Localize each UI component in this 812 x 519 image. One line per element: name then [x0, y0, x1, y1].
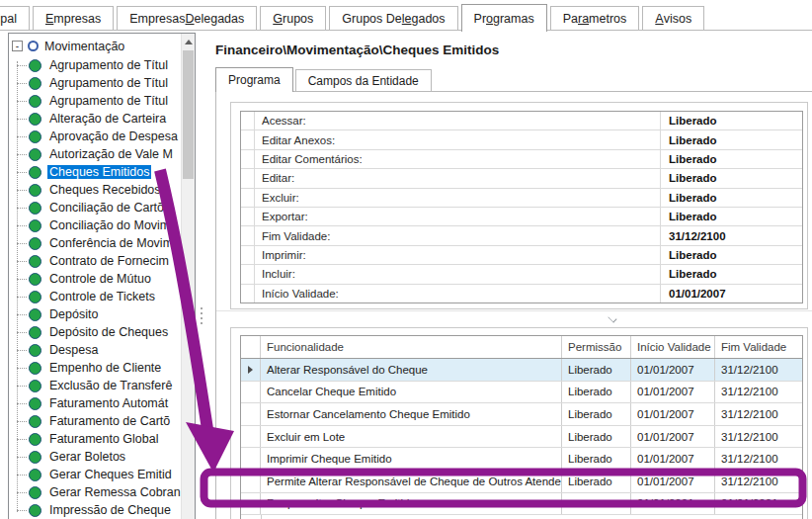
table-row[interactable]: Excluir em Lote Liberado 01/01/2007 31/1…	[241, 426, 802, 449]
main-tab[interactable]: Avisos	[642, 6, 704, 30]
permission-row[interactable]: Editar: Liberado	[241, 169, 802, 188]
permission-value[interactable]: Liberado	[660, 169, 802, 187]
sub-tab[interactable]: Programa	[215, 67, 293, 92]
main-tab[interactable]: Empresas	[33, 6, 114, 30]
permission-row[interactable]: Imprimir: Liberado	[241, 246, 802, 265]
cell-inicio-validade[interactable]: 01/01/2007	[631, 471, 715, 492]
scroll-up-button[interactable]	[182, 34, 195, 49]
tree-item[interactable]: Autorização de Vale M	[9, 145, 182, 163]
permission-row[interactable]: Acessar: Liberado	[241, 112, 802, 130]
tree-item[interactable]: Alteração de Carteira	[9, 110, 182, 128]
cell-funcionalidade[interactable]: Excluir em Lote	[261, 426, 562, 448]
cell-fim-validade[interactable]: 31/12/2100	[715, 448, 802, 470]
permission-value[interactable]: 01/01/2007	[660, 285, 802, 303]
cell-inicio-validade[interactable]: 01/01/0001	[631, 493, 715, 515]
permission-row[interactable]: Incluir: Liberado	[241, 265, 802, 284]
cell-fim-validade[interactable]: 31/12/2100	[715, 471, 802, 492]
cell-inicio-validade[interactable]: 01/01/2007	[631, 426, 715, 448]
tree-item[interactable]: Gerar Remessa Cobran	[9, 483, 182, 501]
main-tab[interactable]: Empresas Delegadas	[117, 6, 257, 30]
tree-item[interactable]: Agrupamento de Títul	[9, 92, 182, 110]
tree-item[interactable]: Cheques Emitidos	[9, 163, 182, 181]
tree-root-node[interactable]: - Movimentação	[9, 37, 124, 55]
table-row[interactable]: Permite Alterar Responsável de Cheque de…	[241, 471, 802, 493]
cell-inicio-validade[interactable]: 01/01/2007	[631, 359, 715, 381]
cell-permissao[interactable]: Liberado	[562, 448, 631, 470]
horizontal-splitter[interactable]	[216, 310, 812, 327]
permission-value[interactable]: 31/12/2100	[660, 226, 802, 244]
sub-tab[interactable]: Campos da Entidade	[295, 69, 432, 91]
table-row[interactable]: Estornar Cancelamento Cheque Emitido Lib…	[241, 403, 802, 426]
tree-item[interactable]: Gerar Boletos	[9, 448, 182, 466]
cell-permissao[interactable]: Liberado	[562, 471, 631, 492]
tree-item[interactable]: Gerar Cheques Emitid	[9, 466, 182, 483]
tree-item[interactable]: Exclusão de Transferê	[9, 377, 182, 394]
tree-item[interactable]: Conciliação do Movim	[9, 216, 182, 234]
tree-item[interactable]: Depósito de Cheques	[9, 323, 182, 341]
cell-fim-validade[interactable]: 01/01/0001	[715, 493, 802, 515]
permission-row[interactable]: Exportar: Liberado	[241, 208, 802, 226]
tree-item[interactable]: Faturamento de Cartõ	[9, 412, 182, 430]
permission-value[interactable]: Liberado	[660, 246, 802, 264]
permission-row[interactable]: Editar Comentários: Liberado	[241, 150, 802, 169]
permission-value[interactable]: Liberado	[660, 189, 802, 207]
tree-item[interactable]: Faturamento Global	[9, 430, 182, 448]
cell-permissao[interactable]: Liberado	[562, 382, 631, 403]
cell-permissao[interactable]: Liberado	[562, 359, 631, 381]
cell-funcionalidade[interactable]: Alterar Responsável do Cheque	[261, 359, 562, 381]
cell-fim-validade[interactable]: 31/12/2100	[715, 403, 802, 425]
cell-fim-validade[interactable]: 31/12/2100	[715, 359, 802, 381]
table-row[interactable]: Imprimir Cheque Emitido Liberado 01/01/2…	[241, 448, 802, 471]
column-header-inicio-validade[interactable]: Início Validade	[631, 336, 715, 358]
main-tab[interactable]: Grupos Delegados	[329, 6, 457, 30]
permission-row[interactable]: Excluir: Liberado	[241, 189, 802, 208]
permission-value[interactable]: Liberado	[660, 150, 802, 168]
column-header-fim-validade[interactable]: Fim Validade	[715, 336, 802, 358]
tree-item[interactable]: Controle de Mútuo	[9, 270, 182, 288]
cell-permissao[interactable]: Liberado	[562, 426, 631, 448]
tree-item[interactable]: Conciliação de Cartõe	[9, 199, 182, 216]
permission-value[interactable]: Liberado	[660, 208, 802, 225]
cell-inicio-validade[interactable]: 01/01/2007	[631, 448, 715, 470]
cell-funcionalidade[interactable]: Permite Alterar Responsável de Cheque de…	[261, 471, 562, 492]
cell-funcionalidade[interactable]: Estornar Cancelamento Cheque Emitido	[261, 403, 562, 425]
table-row[interactable]: Reaproveitar Cheque Emitido 01/01/0001 0…	[241, 493, 802, 516]
tree-item[interactable]: Depósito	[9, 305, 182, 323]
tree-item[interactable]: Aprovação de Despesa	[9, 128, 182, 145]
tree-item[interactable]: Despesa	[9, 341, 182, 359]
splitter-grip[interactable]	[200, 307, 203, 331]
tree-item[interactable]: Cheques Recebidos	[9, 181, 182, 199]
cell-funcionalidade[interactable]: Reaproveitar Cheque Emitido	[261, 493, 562, 515]
table-row[interactable]: Alterar Responsável do Cheque Liberado 0…	[241, 359, 802, 382]
tree-item[interactable]: Faturamento Automát	[9, 394, 182, 412]
main-tab[interactable]: Parametros	[550, 6, 640, 30]
tree-item[interactable]: Empenho de Cliente	[9, 359, 182, 377]
column-header-permissao[interactable]: Permissão	[562, 336, 631, 358]
cell-funcionalidade[interactable]: Cancelar Cheque Emitido	[261, 382, 562, 403]
permission-value[interactable]: Liberado	[660, 130, 802, 148]
tree-item[interactable]: Impressão de Cheque	[9, 501, 182, 519]
permission-row[interactable]: Fim Validade: 31/12/2100	[241, 226, 802, 245]
tree-item[interactable]: Conferência de Movim	[9, 234, 182, 252]
cell-inicio-validade[interactable]: 01/01/2007	[631, 382, 715, 403]
main-tab[interactable]: Principal	[0, 6, 30, 30]
collapse-icon[interactable]: -	[12, 41, 23, 51]
cell-permissao[interactable]: Liberado	[562, 403, 631, 425]
tree-item[interactable]: Controle de Tickets	[9, 288, 182, 305]
cell-inicio-validade[interactable]: 01/01/2007	[631, 403, 715, 425]
cell-fim-validade[interactable]: 31/12/2100	[715, 426, 802, 448]
cell-funcionalidade[interactable]: Imprimir Cheque Emitido	[261, 448, 562, 470]
permission-value[interactable]: Liberado	[660, 112, 802, 130]
permission-row[interactable]: Editar Anexos: Liberado	[241, 130, 802, 149]
main-tab[interactable]: Grupos	[260, 6, 326, 30]
tree-item[interactable]: Agrupamento de Títul	[9, 74, 182, 92]
cell-permissao[interactable]	[562, 493, 631, 515]
main-tab[interactable]: Programas	[461, 4, 547, 32]
tree-scrollbar[interactable]	[181, 34, 195, 519]
tree-item[interactable]: Contrato de Fornecim	[9, 252, 182, 270]
cell-fim-validade[interactable]: 31/12/2100	[715, 382, 802, 403]
column-header-funcionalidade[interactable]: Funcionalidade	[261, 336, 562, 358]
scrollbar-thumb[interactable]	[183, 50, 194, 179]
permission-value[interactable]: Liberado	[660, 265, 802, 283]
tree-item[interactable]: Agrupamento de Títul	[9, 56, 182, 74]
